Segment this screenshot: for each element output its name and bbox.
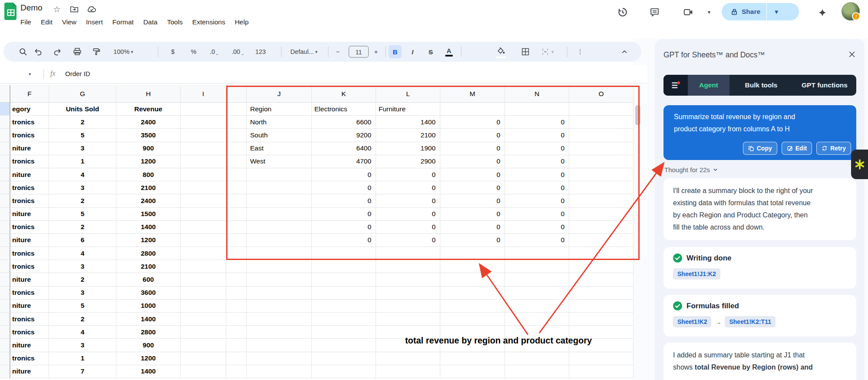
document-title[interactable]: Demo (20, 3, 43, 13)
paint-format-icon[interactable] (92, 45, 101, 58)
cell[interactable]: 0 (312, 181, 376, 194)
cell[interactable] (226, 234, 247, 247)
cell[interactable] (569, 287, 634, 300)
cell[interactable]: 0 (440, 116, 505, 129)
cell[interactable] (247, 260, 312, 273)
print-icon[interactable] (73, 45, 82, 58)
cell[interactable]: niture (10, 365, 49, 378)
column-header-I[interactable]: I (181, 85, 226, 103)
cell[interactable] (376, 247, 440, 260)
cell[interactable]: 0 (376, 208, 440, 221)
increase-font-size-button[interactable]: + (374, 45, 378, 58)
cell[interactable] (247, 168, 312, 181)
cell[interactable]: tronics (10, 326, 49, 339)
cell[interactable]: 1000 (116, 300, 181, 313)
cell[interactable]: 0 (376, 194, 440, 207)
move-folder-icon[interactable] (69, 3, 80, 15)
cell[interactable]: niture (10, 168, 49, 181)
cell[interactable]: 0 (505, 116, 569, 129)
cell[interactable]: niture (10, 300, 49, 313)
cell[interactable]: 1900 (376, 142, 440, 155)
cell[interactable] (569, 155, 634, 168)
column-header-N[interactable]: N (505, 85, 569, 103)
cell[interactable] (181, 326, 226, 339)
comments-icon[interactable] (648, 6, 660, 18)
redo-icon[interactable] (53, 45, 62, 58)
cell[interactable]: 0 (505, 129, 569, 142)
row-header[interactable] (0, 326, 10, 339)
cell[interactable] (312, 300, 376, 313)
cell[interactable]: tronics (10, 260, 49, 273)
cell[interactable]: 1 (49, 155, 116, 168)
menu-item-data[interactable]: Data (139, 17, 162, 28)
cell[interactable] (440, 365, 505, 378)
cell[interactable] (505, 103, 569, 116)
row-header[interactable] (0, 208, 10, 221)
cell[interactable]: tronics (10, 155, 49, 168)
cell[interactable] (376, 300, 440, 313)
version-history-icon[interactable] (617, 6, 629, 18)
cell[interactable] (505, 300, 569, 313)
cell[interactable]: tronics (10, 352, 49, 365)
cell[interactable] (247, 194, 312, 207)
cell[interactable] (376, 273, 440, 286)
fill-color-icon[interactable] (496, 45, 506, 58)
cell[interactable] (247, 247, 312, 260)
cell[interactable]: 0 (505, 194, 569, 207)
cell[interactable] (376, 287, 440, 300)
row-header[interactable] (0, 116, 10, 129)
edit-button[interactable]: Edit (782, 142, 812, 155)
cell[interactable] (226, 273, 247, 286)
cell[interactable]: 9200 (312, 129, 376, 142)
cell[interactable]: 900 (116, 339, 181, 352)
cell[interactable] (181, 208, 226, 221)
cell[interactable] (226, 181, 247, 194)
cell[interactable]: 3500 (116, 129, 181, 142)
cell[interactable] (569, 194, 634, 207)
cell[interactable]: 1 (49, 352, 116, 365)
cell[interactable]: 4 (49, 326, 116, 339)
vertical-scrollbar[interactable] (635, 105, 640, 125)
cell[interactable]: 4 (49, 168, 116, 181)
tab-bulk-tools[interactable]: Bulk tools (729, 75, 793, 96)
cell[interactable]: 2400 (116, 194, 181, 207)
cell[interactable]: 2900 (376, 155, 440, 168)
more-options-icon[interactable]: ⋮ (577, 45, 584, 58)
undo-icon[interactable] (33, 45, 43, 58)
menu-item-edit[interactable]: Edit (36, 17, 57, 28)
row-header[interactable] (0, 287, 10, 300)
cell[interactable] (181, 142, 226, 155)
column-header-O[interactable]: O (569, 85, 634, 103)
cell[interactable] (569, 365, 634, 378)
merge-cells-icon[interactable]: ▾ (541, 45, 554, 58)
cell[interactable]: 0 (376, 168, 440, 181)
cell[interactable] (181, 168, 226, 181)
cell[interactable] (376, 352, 440, 365)
cell[interactable]: 800 (116, 168, 181, 181)
cell[interactable]: 0 (440, 142, 505, 155)
cell[interactable]: niture (10, 208, 49, 221)
italic-button[interactable]: I (412, 45, 413, 58)
tab-agent[interactable]: Agent (688, 75, 729, 96)
cell[interactable] (312, 273, 376, 286)
cell[interactable] (181, 221, 226, 234)
row-header[interactable] (0, 273, 10, 286)
cell[interactable]: 2 (49, 116, 116, 129)
cell[interactable] (312, 365, 376, 378)
cell[interactable]: tronics (10, 313, 49, 326)
cell[interactable] (181, 339, 226, 352)
cell[interactable]: 1200 (116, 234, 181, 247)
cell[interactable]: 6400 (312, 142, 376, 155)
row-header[interactable] (0, 339, 10, 352)
row-header[interactable] (0, 260, 10, 273)
cell[interactable]: 2800 (116, 326, 181, 339)
cell[interactable] (312, 260, 376, 273)
cell[interactable] (569, 300, 634, 313)
cell[interactable] (226, 339, 247, 352)
cell[interactable]: 0 (505, 155, 569, 168)
cell[interactable]: 0 (505, 221, 569, 234)
cell[interactable]: 2100 (116, 260, 181, 273)
tab-gpt-functions[interactable]: GPT functions (793, 75, 856, 96)
cell[interactable]: 7 (49, 365, 116, 378)
cell[interactable]: 0 (440, 129, 505, 142)
